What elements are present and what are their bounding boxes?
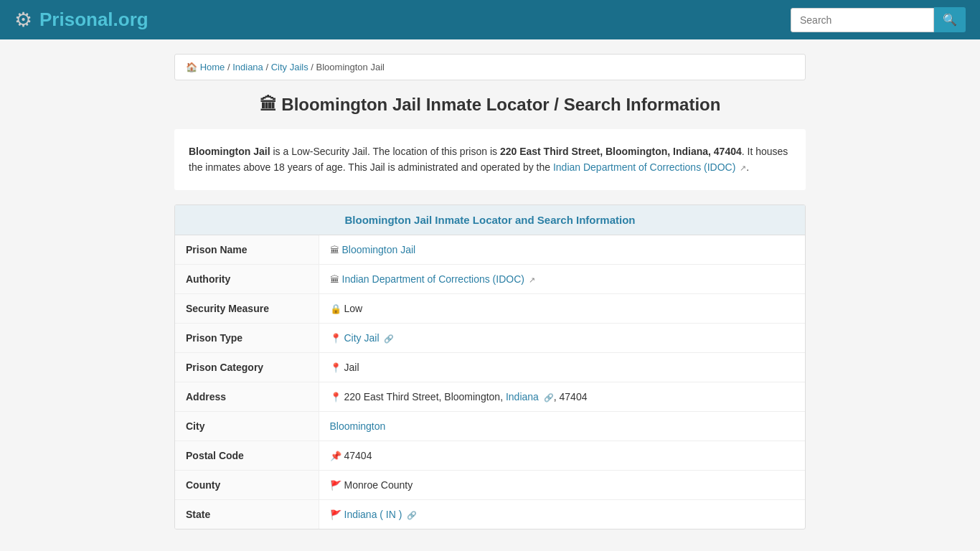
table-cell-value: 📌47404 bbox=[319, 441, 805, 470]
table-cell-label: City bbox=[175, 411, 319, 441]
table-cell-label: Prison Name bbox=[175, 235, 319, 265]
prison-name-bold: Bloomington Jail bbox=[189, 146, 270, 157]
main-content: 🏠 Home / Indiana / City Jails / Blooming… bbox=[167, 54, 813, 529]
table-row: CityBloomington bbox=[175, 411, 805, 441]
info-table: Prison Name🏛Bloomington JailAuthority🏛In… bbox=[175, 235, 805, 529]
search-area: 🔍 bbox=[791, 7, 966, 32]
breadcrumb-current: Bloomington Jail bbox=[316, 62, 385, 72]
table-section-header: Bloomington Jail Inmate Locator and Sear… bbox=[175, 205, 805, 235]
logo-icon: ⚙ bbox=[14, 8, 32, 32]
cell-link-ext[interactable]: Indian Department of Corrections (IDOC) bbox=[342, 273, 524, 285]
table-cell-value: 🔒Low bbox=[319, 293, 805, 323]
idoc-link[interactable]: Indian Department of Corrections (IDOC) … bbox=[553, 161, 746, 173]
logo-area: ⚙ Prisonal.org bbox=[14, 8, 149, 32]
description: Bloomington Jail is a Low-Security Jail.… bbox=[174, 129, 806, 190]
cell-link[interactable]: Bloomington Jail bbox=[342, 244, 416, 255]
logo-ext: .org bbox=[113, 9, 149, 30]
cell-icon: 🚩 bbox=[330, 509, 341, 520]
search-button[interactable]: 🔍 bbox=[934, 7, 966, 32]
table-cell-value: 🚩Indiana ( IN ) 🔗 bbox=[319, 499, 805, 529]
page-title-section: 🏛 Bloomington Jail Inmate Locator / Sear… bbox=[174, 95, 806, 115]
table-row: State🚩Indiana ( IN ) 🔗 bbox=[175, 499, 805, 529]
logo-text: Prisonal.org bbox=[39, 9, 149, 31]
info-table-section: Bloomington Jail Inmate Locator and Sear… bbox=[174, 204, 806, 529]
table-cell-value: Bloomington bbox=[319, 411, 805, 441]
cell-icon: 🔒 bbox=[330, 303, 341, 314]
table-row: Address📍220 East Third Street, Bloomingt… bbox=[175, 382, 805, 411]
cell-icon: 🚩 bbox=[330, 480, 341, 491]
page-title: 🏛 Bloomington Jail Inmate Locator / Sear… bbox=[174, 95, 806, 115]
breadcrumb: 🏠 Home / Indiana / City Jails / Blooming… bbox=[174, 54, 806, 80]
table-row: Security Measure🔒Low bbox=[175, 293, 805, 323]
cell-icon: 🏛 bbox=[330, 274, 339, 285]
cell-link[interactable]: Bloomington bbox=[330, 420, 386, 432]
cell-icon: 📌 bbox=[330, 451, 341, 461]
table-row: Prison Category📍Jail bbox=[175, 352, 805, 382]
breadcrumb-sep2: / bbox=[265, 62, 270, 72]
table-cell-value: 🏛Bloomington Jail bbox=[319, 235, 805, 265]
desc-text1: is a Low-Security Jail. The location of … bbox=[270, 146, 500, 157]
breadcrumb-cityjails-link[interactable]: City Jails bbox=[271, 62, 308, 72]
breadcrumb-home-link[interactable]: Home bbox=[200, 62, 225, 72]
anchor-icon: 🔗 bbox=[407, 511, 417, 519]
table-cell-label: County bbox=[175, 470, 319, 499]
cell-icon: 📍 bbox=[330, 333, 341, 344]
table-cell-label: Address bbox=[175, 382, 319, 411]
table-row: Prison Name🏛Bloomington Jail bbox=[175, 235, 805, 265]
table-cell-label: Prison Category bbox=[175, 352, 319, 382]
table-row: County🚩Monroe County bbox=[175, 470, 805, 499]
table-row: Postal Code📌47404 bbox=[175, 441, 805, 470]
table-body: Prison Name🏛Bloomington JailAuthority🏛In… bbox=[175, 235, 805, 529]
breadcrumb-sep3: / bbox=[311, 62, 316, 72]
table-row: Authority🏛Indian Department of Correctio… bbox=[175, 264, 805, 293]
logo-main: Prisonal bbox=[39, 9, 113, 30]
table-cell-label: Prison Type bbox=[175, 323, 319, 352]
cell-icon: 📍 bbox=[330, 362, 341, 373]
table-cell-label: State bbox=[175, 499, 319, 529]
desc-text3: . bbox=[746, 161, 749, 173]
search-input[interactable] bbox=[791, 8, 934, 32]
cell-icon: 🏛 bbox=[330, 245, 339, 255]
header: ⚙ Prisonal.org 🔍 bbox=[0, 0, 980, 39]
breadcrumb-indiana-link[interactable]: Indiana bbox=[232, 62, 263, 72]
table-cell-label: Authority bbox=[175, 264, 319, 293]
table-cell-value: 🏛Indian Department of Corrections (IDOC)… bbox=[319, 264, 805, 293]
ext-link-icon: ↗ bbox=[529, 276, 535, 284]
anchor-icon: 🔗 bbox=[544, 393, 554, 402]
table-cell-value: 📍Jail bbox=[319, 352, 805, 382]
state-link[interactable]: Indiana bbox=[506, 391, 539, 402]
anchor-icon: 🔗 bbox=[384, 334, 394, 343]
table-cell-value: 📍220 East Third Street, Bloomington, Ind… bbox=[319, 382, 805, 411]
cell-icon: 📍 bbox=[330, 392, 341, 402]
cell-link-anchor[interactable]: City Jail bbox=[344, 332, 380, 344]
table-row: Prison Type📍City Jail 🔗 bbox=[175, 323, 805, 352]
cell-link-anchor[interactable]: Indiana ( IN ) bbox=[344, 509, 402, 520]
table-cell-label: Security Measure bbox=[175, 293, 319, 323]
table-cell-value: 📍City Jail 🔗 bbox=[319, 323, 805, 352]
title-icon: 🏛 bbox=[260, 95, 277, 114]
address-bold: 220 East Third Street, Bloomington, Indi… bbox=[500, 146, 742, 157]
table-cell-value: 🚩Monroe County bbox=[319, 470, 805, 499]
ext-link-icon: ↗ bbox=[740, 164, 746, 172]
table-cell-label: Postal Code bbox=[175, 441, 319, 470]
breadcrumb-home-icon: 🏠 bbox=[186, 62, 197, 72]
